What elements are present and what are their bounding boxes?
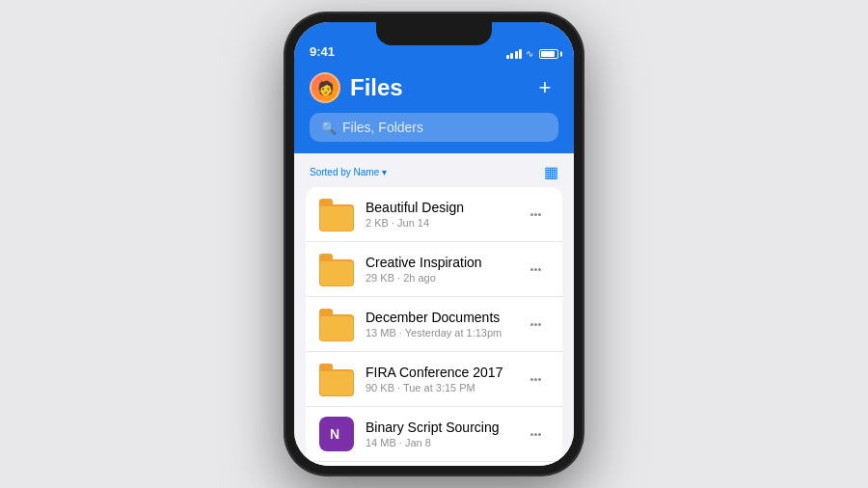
file-name: Creative Inspiration <box>366 255 523 270</box>
more-button[interactable] <box>523 209 549 220</box>
folder-icon <box>319 197 354 231</box>
file-meta: 29 KB · 2h ago <box>366 272 523 284</box>
folder-icon <box>319 252 354 286</box>
page-title: Files <box>350 74 531 101</box>
avatar[interactable]: 🧑 <box>310 72 340 103</box>
file-name: Beautiful Design <box>366 200 523 215</box>
svg-text:N: N <box>330 426 339 442</box>
sort-bar: Sorted by Name ▾ ▦ <box>294 153 574 187</box>
file-name: Binary Script Sourcing <box>366 420 523 435</box>
folder-icon <box>319 307 354 341</box>
file-details: FIRA Conference 2017 90 KB · Tue at 3:15… <box>366 365 523 393</box>
more-button[interactable] <box>523 374 549 385</box>
list-item[interactable]: Creative Inspiration 29 KB · 2h ago <box>306 242 562 297</box>
file-details: December Documents 13 MB · Yesterday at … <box>366 310 523 339</box>
phone-device: 9:41 ∿ 🧑 Files + <box>285 13 583 475</box>
more-button[interactable] <box>523 264 549 275</box>
file-details: Binary Script Sourcing 14 MB · Jan 8 <box>366 420 523 448</box>
battery-icon <box>539 49 558 59</box>
content-area: Sorted by Name ▾ ▦ Beautiful Design 2 KB… <box>294 153 574 466</box>
list-item[interactable]: N Binary Script Sourcing 14 MB · Jan 8 <box>306 407 562 462</box>
file-details: Beautiful Design 2 KB · Jun 14 <box>366 200 523 229</box>
list-item[interactable]: X Contoso Survey 82 MB · Jan 2 <box>306 462 562 466</box>
file-details: Creative Inspiration 29 KB · 2h ago <box>366 255 523 284</box>
more-button[interactable] <box>523 319 549 330</box>
grid-view-icon[interactable]: ▦ <box>544 163 558 181</box>
phone-screen: 9:41 ∿ 🧑 Files + <box>294 22 574 466</box>
status-icons: ∿ <box>506 48 559 59</box>
search-placeholder: Files, Folders <box>342 120 423 135</box>
file-list: Beautiful Design 2 KB · Jun 14 Creative … <box>306 187 562 466</box>
list-item[interactable]: December Documents 13 MB · Yesterday at … <box>306 297 562 352</box>
notch <box>376 22 492 45</box>
file-meta: 14 MB · Jan 8 <box>366 437 523 448</box>
wifi-icon: ∿ <box>526 48 533 59</box>
sort-label[interactable]: Sorted by Name ▾ <box>310 167 387 177</box>
list-item[interactable]: Beautiful Design 2 KB · Jun 14 <box>306 187 562 242</box>
onenote-icon: N <box>319 417 354 451</box>
header-top: 🧑 Files + <box>310 72 558 103</box>
chevron-down-icon: ▾ <box>382 167 387 177</box>
signal-icon <box>506 49 523 59</box>
search-icon: 🔍 <box>321 121 337 135</box>
folder-icon <box>319 362 354 396</box>
search-bar[interactable]: 🔍 Files, Folders <box>310 113 558 142</box>
file-name: December Documents <box>366 310 523 325</box>
file-meta: 90 KB · Tue at 3:15 PM <box>366 382 523 393</box>
add-button[interactable]: + <box>531 74 558 101</box>
status-time: 9:41 <box>310 44 506 59</box>
file-meta: 2 KB · Jun 14 <box>366 217 523 229</box>
list-item[interactable]: FIRA Conference 2017 90 KB · Tue at 3:15… <box>306 352 562 407</box>
file-name: FIRA Conference 2017 <box>366 365 523 380</box>
more-button[interactable] <box>523 429 549 440</box>
file-meta: 13 MB · Yesterday at 1:13pm <box>366 327 523 339</box>
header: 🧑 Files + 🔍 Files, Folders <box>294 65 574 153</box>
